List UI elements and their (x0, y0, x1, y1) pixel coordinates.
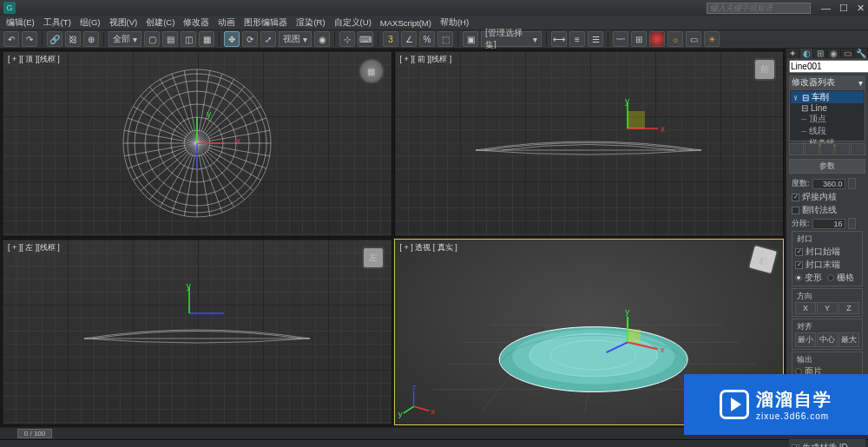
percent-snap-button[interactable]: % (419, 31, 435, 47)
pin-stack-button[interactable] (789, 143, 804, 155)
rotate-button[interactable]: ⟳ (242, 31, 258, 47)
menu-animation[interactable]: 动画 (215, 17, 238, 29)
mod-lathe[interactable]: ♀⊟车削 (791, 91, 864, 103)
grid-radio[interactable]: 栅格 (827, 272, 854, 284)
time-slider-thumb[interactable]: 0 / 100 (17, 429, 52, 438)
unique-button[interactable] (820, 143, 835, 155)
viewcube-left[interactable]: 左 (362, 247, 385, 269)
dir-y-button[interactable]: Y (817, 302, 838, 314)
dir-z-button[interactable]: Z (838, 302, 859, 314)
window-crossing-button[interactable]: ▦ (199, 31, 214, 47)
rollup-parameters[interactable]: 参数 (789, 159, 865, 174)
align-max-button[interactable]: 最大 (838, 332, 859, 347)
object-name-field[interactable] (789, 60, 868, 73)
main-toolbar: ↶ ↷ 🔗 ⛓ ⊕ 全部▾ ▢ ▤ ◫ ▦ ✥ ⟳ ⤢ 视图▾ ◉ ⊹ ⌨ 3 … (0, 30, 868, 49)
tab-create[interactable]: ✦ (786, 49, 800, 58)
align-button[interactable]: ≡ (569, 31, 585, 47)
align-center-button[interactable]: 中心 (817, 332, 838, 347)
select-name-button[interactable]: ▤ (162, 31, 178, 47)
maximize-button[interactable]: ☐ (839, 3, 848, 14)
bind-button[interactable]: ⊕ (83, 31, 99, 47)
morph-radio[interactable]: 变形 (795, 272, 822, 284)
link-button[interactable]: 🔗 (47, 31, 62, 47)
layers-button[interactable]: ☰ (588, 31, 603, 47)
svg-text:y: y (398, 409, 402, 418)
tab-utilities[interactable]: 🔧 (854, 49, 868, 58)
segments-spinner-arrows[interactable] (848, 218, 856, 229)
named-sel-dropdown[interactable]: [管理选择集]▾ (481, 31, 542, 47)
gen-mat-checkbox[interactable]: ✓生成材质 ID (792, 442, 863, 447)
menu-edit[interactable]: 编辑(E) (3, 17, 37, 29)
menu-views[interactable]: 视图(V) (107, 17, 141, 29)
render-frame-button[interactable]: ▭ (686, 31, 701, 47)
tab-hierarchy[interactable]: ⊞ (813, 49, 827, 58)
menu-customize[interactable]: 自定义(U) (332, 17, 374, 29)
curve-editor-button[interactable]: 〰 (613, 31, 628, 47)
angle-snap-button[interactable]: ∠ (401, 31, 417, 47)
svg-rect-49 (628, 111, 645, 128)
menu-tools[interactable]: 工具(T) (41, 17, 74, 29)
menu-rendering[interactable]: 渲染(R) (293, 17, 327, 29)
menu-grapheditors[interactable]: 图形编辑器 (241, 17, 290, 29)
selection-filter[interactable]: 全部▾ (108, 31, 141, 47)
remove-mod-button[interactable] (835, 143, 850, 155)
segments-label: 分段: (792, 218, 810, 229)
menu-create[interactable]: 创建(C) (143, 17, 177, 29)
viewport-front[interactable]: [ + ][ 前 ][线框 ] 前 x y (394, 50, 785, 237)
named-sel-button[interactable]: ▣ (463, 31, 478, 47)
schematic-button[interactable]: ⊞ (631, 31, 647, 47)
undo-button[interactable]: ↶ (3, 31, 19, 47)
tab-motion[interactable]: ◉ (827, 49, 841, 58)
flip-normals-checkbox[interactable]: 翻转法线 (792, 204, 863, 216)
minimize-button[interactable]: — (821, 3, 831, 14)
show-end-button[interactable] (805, 143, 819, 155)
spinner-snap-button[interactable]: ⬚ (437, 31, 453, 47)
degrees-spinner-arrows[interactable] (848, 178, 856, 189)
viewport-top-label[interactable]: [ + ][ 顶 ][线框 ] (8, 54, 60, 65)
mirror-button[interactable]: ⟷ (551, 31, 567, 47)
modifier-stack[interactable]: ♀⊟车削 ⊟Line ┈顶点 ┈线段 ┈样条线 (789, 89, 865, 141)
viewport-persp-label[interactable]: [ + ] 透视 [ 真实 ] (400, 242, 457, 253)
redo-button[interactable]: ↷ (22, 31, 37, 47)
sub-segment[interactable]: ┈线段 (791, 125, 864, 137)
menu-modifiers[interactable]: 修改器 (181, 17, 212, 29)
weld-core-checkbox[interactable]: ✓焊接内核 (792, 191, 863, 203)
manipulate-button[interactable]: ⊹ (339, 31, 355, 47)
viewcube-top[interactable]: ▦ (358, 58, 385, 84)
dir-x-button[interactable]: X (795, 302, 816, 314)
search-input[interactable] (707, 3, 811, 14)
scale-button[interactable]: ⤢ (260, 31, 276, 47)
keyboard-button[interactable]: ⌨ (358, 31, 373, 47)
render-button[interactable]: ☀ (704, 31, 720, 47)
viewport-left[interactable]: [ + ][ 左 ][线框 ] 左 y (2, 239, 392, 425)
pivot-button[interactable]: ◉ (314, 31, 330, 47)
output-group: 输出 (795, 354, 814, 365)
viewport-left-label[interactable]: [ + ][ 左 ][线框 ] (8, 242, 60, 253)
cap-end-checkbox[interactable]: ✓封口末端 (795, 259, 859, 271)
segments-spinner[interactable]: 16 (812, 219, 845, 229)
mod-line[interactable]: ⊟Line (791, 103, 864, 113)
tab-display[interactable]: ▭ (841, 49, 855, 58)
menu-maxscript[interactable]: MAXScript(M) (378, 18, 434, 28)
viewport-front-label[interactable]: [ + ][ 前 ][线框 ] (400, 54, 452, 65)
viewport-top[interactable]: [ + ][ 顶 ][线框 ] ▦ (2, 50, 392, 237)
select-button[interactable]: ▢ (144, 31, 160, 47)
close-button[interactable]: ✕ (857, 3, 865, 14)
unlink-button[interactable]: ⛓ (65, 31, 81, 47)
menu-group[interactable]: 组(G) (77, 17, 103, 29)
menu-help[interactable]: 帮助(H) (437, 17, 471, 29)
cap-start-checkbox[interactable]: ✓封口始端 (795, 246, 859, 258)
align-min-button[interactable]: 最小 (795, 332, 816, 347)
configure-button[interactable] (851, 143, 865, 155)
move-button[interactable]: ✥ (224, 31, 240, 47)
degrees-spinner[interactable]: 360.0 (812, 179, 845, 189)
snap-button[interactable]: 3 (383, 31, 398, 47)
viewcube-front[interactable]: 前 (753, 58, 776, 81)
refcoord-dropdown[interactable]: 视图▾ (279, 31, 312, 47)
tab-modify[interactable]: ◐ (800, 49, 814, 58)
material-button[interactable] (649, 31, 665, 47)
sub-vertex[interactable]: ┈顶点 (791, 113, 864, 125)
select-region-button[interactable]: ◫ (181, 31, 196, 47)
modifier-list-dropdown[interactable]: 修改器列表▾ (789, 76, 865, 89)
render-setup-button[interactable]: ☼ (667, 31, 683, 47)
